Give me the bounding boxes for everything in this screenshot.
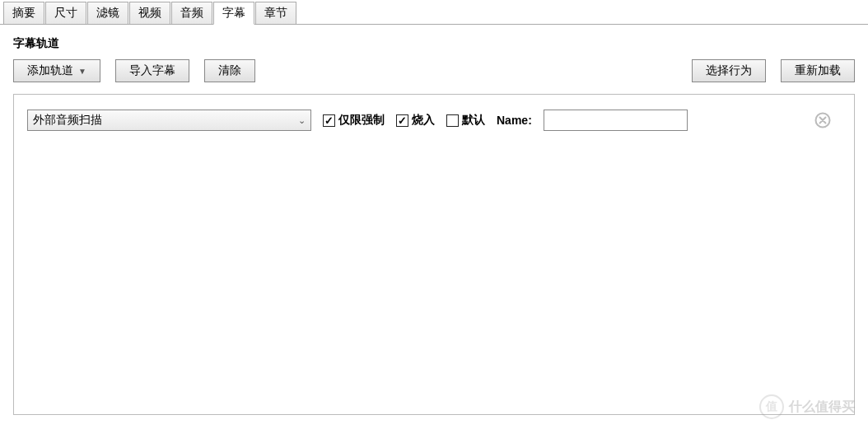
tab-audio[interactable]: 音频 [171,2,212,25]
reload-button[interactable]: 重新加载 [781,59,855,82]
import-subtitle-button[interactable]: 导入字幕 [115,59,189,82]
add-track-button[interactable]: 添加轨道 ▼ [13,59,100,82]
subtitle-panel: 字幕轨道 添加轨道 ▼ 导入字幕 清除 选择行为 重新加载 外部音频扫描 ⌄ ✓… [0,25,868,427]
select-behavior-button[interactable]: 选择行为 [692,59,766,82]
name-label: Name: [497,114,532,127]
name-input[interactable] [544,110,688,131]
source-dropdown-value: 外部音频扫描 [33,113,102,128]
chevron-down-icon: ⌄ [298,115,306,126]
checkbox-icon: ✓ [323,114,335,127]
dropdown-arrow-icon: ▼ [78,67,86,76]
forced-only-label: 仅限强制 [338,113,385,128]
tab-dimensions[interactable]: 尺寸 [45,2,86,25]
default-checkbox[interactable]: 默认 [446,113,485,128]
track-list-panel: 外部音频扫描 ⌄ ✓ 仅限强制 ✓ 烧入 默认 Name: [13,94,855,415]
tab-subtitle[interactable]: 字幕 [213,2,254,25]
forced-only-checkbox[interactable]: ✓ 仅限强制 [323,113,385,128]
burn-in-label: 烧入 [412,113,435,128]
tab-filters[interactable]: 滤镜 [87,2,128,25]
checkbox-icon: ✓ [396,114,408,127]
add-track-label: 添加轨道 [27,63,73,78]
close-circle-icon [814,112,831,128]
tab-chapters[interactable]: 章节 [255,2,296,25]
tab-bar: 摘要 尺寸 滤镜 视频 音频 字幕 章节 [0,0,868,25]
remove-track-button[interactable] [814,112,831,128]
tab-summary[interactable]: 摘要 [3,2,44,25]
burn-in-checkbox[interactable]: ✓ 烧入 [396,113,435,128]
default-label: 默认 [462,113,485,128]
tab-video[interactable]: 视频 [129,2,170,25]
source-dropdown[interactable]: 外部音频扫描 ⌄ [27,110,311,131]
clear-button[interactable]: 清除 [204,59,255,82]
track-row: 外部音频扫描 ⌄ ✓ 仅限强制 ✓ 烧入 默认 Name: [27,110,841,131]
section-title: 字幕轨道 [13,36,855,51]
toolbar: 添加轨道 ▼ 导入字幕 清除 选择行为 重新加载 [13,59,855,82]
checkbox-icon [446,114,459,127]
